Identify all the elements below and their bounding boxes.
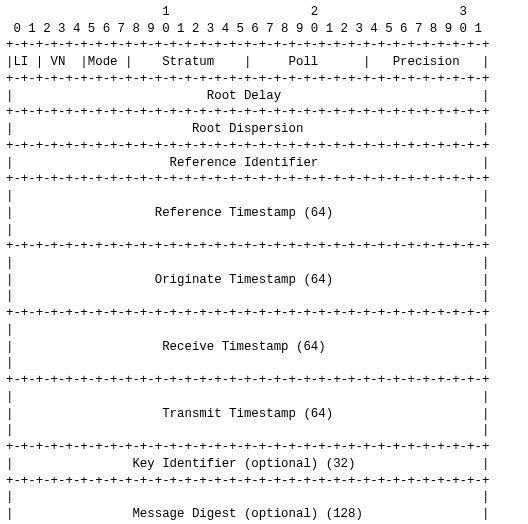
bit-ruler-tens: 1 2 3 [6,5,467,19]
row-xmit-ts-b: | | [6,423,489,437]
row-xmit-ts: | Transmit Timestamp (64) | [6,407,489,421]
sep-08: +-+-+-+-+-+-+-+-+-+-+-+-+-+-+-+-+-+-+-+-… [6,440,489,454]
row-header-fields: |LI | VN |Mode | Stratum | Poll | Precis… [6,55,489,69]
row-recv-ts: | Receive Timestamp (64) | [6,340,489,354]
bit-ruler-units: 0 1 2 3 4 5 6 7 8 9 0 1 2 3 4 5 6 7 8 9 … [6,22,482,36]
row-ref-ts: | Reference Timestamp (64) | [6,206,489,220]
sep-04: +-+-+-+-+-+-+-+-+-+-+-+-+-+-+-+-+-+-+-+-… [6,172,489,186]
sep-01: +-+-+-+-+-+-+-+-+-+-+-+-+-+-+-+-+-+-+-+-… [6,72,489,86]
row-xmit-ts-a: | | [6,390,489,404]
row-orig-ts-a: | | [6,256,489,270]
row-recv-ts-b: | | [6,356,489,370]
row-recv-ts-a: | | [6,323,489,337]
sep-03: +-+-+-+-+-+-+-+-+-+-+-+-+-+-+-+-+-+-+-+-… [6,139,489,153]
sep-05: +-+-+-+-+-+-+-+-+-+-+-+-+-+-+-+-+-+-+-+-… [6,239,489,253]
sep-07: +-+-+-+-+-+-+-+-+-+-+-+-+-+-+-+-+-+-+-+-… [6,373,489,387]
row-orig-ts-b: | | [6,289,489,303]
sep-06: +-+-+-+-+-+-+-+-+-+-+-+-+-+-+-+-+-+-+-+-… [6,306,489,320]
row-root-delay: | Root Delay | [6,89,489,103]
row-orig-ts: | Originate Timestamp (64) | [6,273,489,287]
sep-00: +-+-+-+-+-+-+-+-+-+-+-+-+-+-+-+-+-+-+-+-… [6,38,489,52]
row-root-dispersion: | Root Dispersion | [6,122,489,136]
row-ref-ts-a: | | [6,189,489,203]
row-digest: | Message Digest (optional) (128) | [6,507,489,521]
row-ref-id: | Reference Identifier | [6,156,489,170]
row-digest-a: | | [6,490,489,504]
row-key-id: | Key Identifier (optional) (32) | [6,457,489,471]
ntp-packet-diagram: 1 2 3 0 1 2 3 4 5 6 7 8 9 0 1 2 3 4 5 6 … [0,0,528,524]
sep-09: +-+-+-+-+-+-+-+-+-+-+-+-+-+-+-+-+-+-+-+-… [6,474,489,488]
row-ref-ts-b: | | [6,223,489,237]
sep-02: +-+-+-+-+-+-+-+-+-+-+-+-+-+-+-+-+-+-+-+-… [6,105,489,119]
